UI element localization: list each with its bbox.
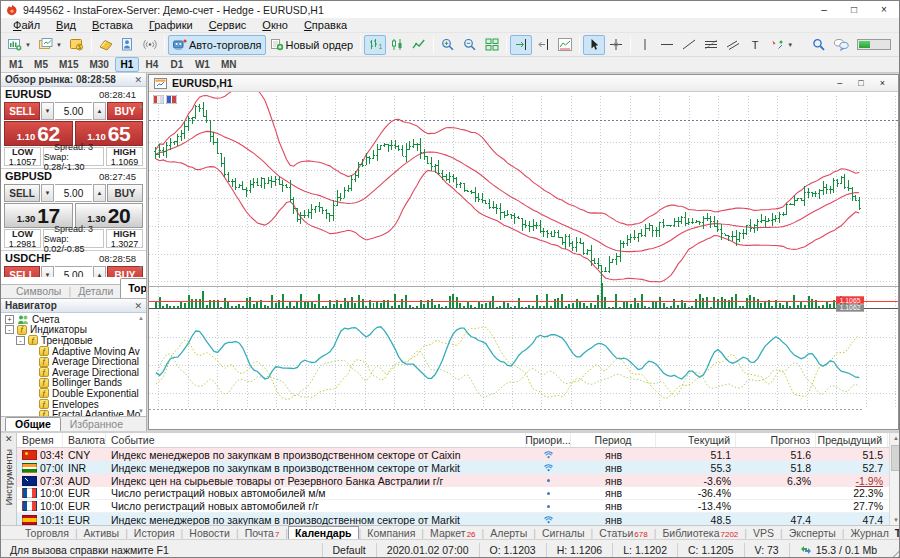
deposit-button[interactable]: $ <box>66 35 88 55</box>
tile-windows-button[interactable] <box>481 35 503 55</box>
tree-item-adaptive-moving-av[interactable]: ƒAdaptive Moving Av <box>1 346 146 357</box>
chart-titlebar[interactable]: EURUSD,H1 – □ × <box>149 75 898 92</box>
toolbox-tab-алерты[interactable]: Алерты <box>484 526 533 540</box>
market-watch-tab-2[interactable]: Торговля <box>120 278 146 298</box>
indicators-button[interactable] <box>554 35 576 55</box>
profiles-button[interactable]: ▼ <box>35 35 66 55</box>
signals-button[interactable] <box>139 35 161 55</box>
calendar-scrollbar[interactable]: ▲ ▼ <box>889 433 900 525</box>
scroll-up-icon[interactable]: ▲ <box>138 315 144 321</box>
sell-button[interactable]: SELL <box>4 266 40 277</box>
volume-down-button[interactable]: ▼ <box>41 102 54 120</box>
new-chart-button[interactable]: ▼ <box>4 35 35 55</box>
chart-canvas[interactable]: 1.10651.1062 <box>149 92 898 429</box>
sell-button[interactable]: SELL <box>4 102 40 120</box>
calendar-column-2[interactable]: Событие <box>106 433 526 447</box>
close-icon[interactable]: ✕ <box>5 434 13 444</box>
tree-item-fractal-adaptive-mo[interactable]: ƒFractal Adaptive Mo <box>1 409 146 416</box>
timeframe-MN[interactable]: MN <box>216 57 242 72</box>
volume-down-button[interactable]: ▼ <box>41 266 54 277</box>
menu-item-4[interactable]: Сервис <box>201 19 255 31</box>
calendar-column-7[interactable]: Предыдущий <box>816 433 888 447</box>
timeframe-M15[interactable]: M15 <box>54 57 83 72</box>
menu-item-6[interactable]: Справка <box>296 19 355 31</box>
chart-minimize-icon[interactable]: – <box>837 78 842 88</box>
buy-button[interactable]: BUY <box>107 184 143 202</box>
timeframe-H1[interactable]: H1 <box>115 57 139 72</box>
cursor-button[interactable] <box>583 35 605 55</box>
chart-maximize-icon[interactable]: □ <box>858 78 863 88</box>
close-icon[interactable]: ✕ <box>134 301 142 311</box>
calendar-column-5[interactable]: Текущий <box>656 433 736 447</box>
algo-trading-button[interactable]: Авто-торговля <box>168 35 266 55</box>
menu-item-0[interactable]: Файл <box>5 19 48 31</box>
toolbox-tab-маркет[interactable]: Маркет26 <box>424 526 481 540</box>
calendar-column-1[interactable]: Валюта <box>63 433 106 447</box>
calendar-column-3[interactable]: Приори... <box>526 433 571 447</box>
chart-shift-button[interactable] <box>532 35 554 55</box>
tree-item-double-exponential[interactable]: ƒDouble Exponential <box>1 388 146 399</box>
toolbox-side-tab[interactable]: ✕ Инструменты <box>1 433 17 525</box>
toolbox-tab-компания[interactable]: Компания <box>361 526 421 540</box>
chart-close-icon[interactable]: × <box>880 78 885 88</box>
timeframe-M1[interactable]: M1 <box>4 57 28 72</box>
crosshair-button[interactable] <box>605 35 627 55</box>
candles-chart-button[interactable] <box>386 35 408 55</box>
calendar-row-2[interactable]: 07:30AUDИндекс цен на сырьевые товары от… <box>17 474 900 487</box>
menu-item-2[interactable]: Вставка <box>84 19 141 31</box>
volume-up-button[interactable]: ▲ <box>93 266 106 277</box>
navigator-button[interactable] <box>117 35 139 55</box>
bars-chart-button[interactable]: 1 <box>364 35 386 55</box>
timeframe-W1[interactable]: W1 <box>190 57 215 72</box>
calendar-row-5[interactable]: 10:15EURИндекс менеджеров по закупкам в … <box>17 513 900 525</box>
channel-button[interactable] <box>722 35 744 55</box>
one-click-trading-icons[interactable] <box>153 95 177 104</box>
calendar-row-1[interactable]: 07:00INRИндекс менеджеров по закупкам в … <box>17 461 900 474</box>
scroll-down-icon[interactable]: ▼ <box>893 517 899 523</box>
menu-item-5[interactable]: Окно <box>254 19 296 31</box>
volume-field[interactable]: 5.00 <box>55 184 92 202</box>
toolbox-tab-журнал[interactable]: Журнал <box>845 526 895 540</box>
chat-icon[interactable] <box>833 38 850 51</box>
close-icon[interactable]: ✕ <box>134 75 142 85</box>
toolbox-tab-статьи[interactable]: Статьи678 <box>593 526 653 540</box>
timeframe-M5[interactable]: M5 <box>29 57 53 72</box>
menu-item-3[interactable]: Графики <box>141 19 201 31</box>
strategy-tester-label[interactable]: Тестер стратегий <box>895 527 900 539</box>
timeframe-D1[interactable]: D1 <box>165 57 189 72</box>
fibonacci-button[interactable] <box>700 35 722 55</box>
navigator-tab-0[interactable]: Общие <box>5 417 61 431</box>
timeframe-H4[interactable]: H4 <box>140 57 164 72</box>
market-watch-tab-1[interactable]: Детали <box>71 285 120 298</box>
calendar-row-3[interactable]: 10:00EURЧисло регистраций новых автомоби… <box>17 487 900 500</box>
minimize-button[interactable]: – <box>809 1 839 18</box>
scroll-up-icon[interactable]: ▲ <box>893 435 899 441</box>
symbol-block-USDCHF[interactable]: USDCHF08:28:58SELL▼5.00▲BUY <box>1 251 146 277</box>
tree-item-bollinger-bands[interactable]: ƒBollinger Bands <box>1 378 146 389</box>
zoom-out-button[interactable] <box>459 35 481 55</box>
calendar-column-6[interactable]: Прогноз <box>736 433 816 447</box>
symbol-block-GBPUSD[interactable]: GBPUSD08:27:45SELL▼5.00▲BUY1.30171.3020L… <box>1 169 146 251</box>
auto-scroll-button[interactable] <box>510 35 532 55</box>
market-watch-tab-0[interactable]: Символы <box>9 285 68 298</box>
tree-item-average-directional[interactable]: ƒAverage Directional <box>1 356 146 367</box>
line-chart-button[interactable] <box>408 35 430 55</box>
toolbox-tab-сигналы[interactable]: Сигналы <box>536 526 591 540</box>
tree-toggle-icon[interactable]: - <box>5 325 14 334</box>
volume-field[interactable]: 5.00 <box>55 102 92 120</box>
toolbox-tab-новости[interactable]: Новости <box>183 526 236 540</box>
calendar-row-0[interactable]: 03:45CNYИндекс менеджеров по закупкам в … <box>17 448 900 461</box>
tree-toggle-icon[interactable]: - <box>16 336 25 345</box>
status-profile[interactable]: Default <box>322 543 376 557</box>
toolbox-tab-активы[interactable]: Активы <box>78 526 126 540</box>
scrollbar-thumb[interactable] <box>891 445 900 471</box>
toolbox-tab-история[interactable]: История <box>128 526 181 540</box>
trendline-button[interactable] <box>678 35 700 55</box>
zoom-in-button[interactable] <box>437 35 459 55</box>
calendar-row-4[interactable]: 10:00EURЧисло регистраций новых автомоби… <box>17 500 900 513</box>
volume-field[interactable]: 5.00 <box>55 266 92 277</box>
arrows-button[interactable]: ▼ <box>766 35 797 55</box>
scroll-down-icon[interactable]: ▼ <box>138 265 144 271</box>
maximize-button[interactable]: □ <box>839 1 869 18</box>
text-label-button[interactable]: T <box>744 35 766 55</box>
